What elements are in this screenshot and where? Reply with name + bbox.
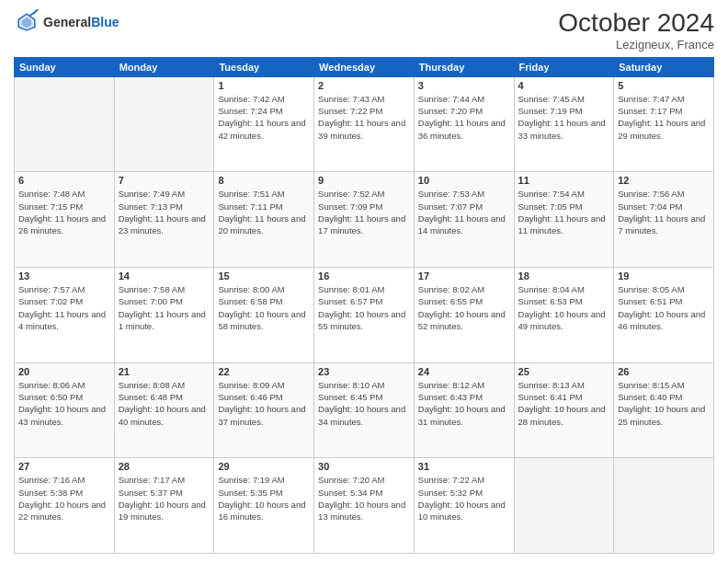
table-row: 29Sunrise: 7:19 AMSunset: 5:35 PMDayligh… xyxy=(214,458,314,554)
day-number: 20 xyxy=(18,366,110,377)
calendar-header-wednesday: Wednesday xyxy=(314,57,415,76)
table-row: 3Sunrise: 7:44 AMSunset: 7:20 PMDaylight… xyxy=(414,76,514,172)
day-number: 23 xyxy=(318,366,410,377)
day-number: 13 xyxy=(18,270,110,282)
calendar-header-row: SundayMondayTuesdayWednesdayThursdayFrid… xyxy=(15,57,714,76)
table-row: 17Sunrise: 8:02 AMSunset: 6:55 PMDayligh… xyxy=(414,268,514,363)
day-info: Sunrise: 7:16 AMSunset: 5:38 PMDaylight:… xyxy=(18,474,110,523)
calendar-header-thursday: Thursday xyxy=(414,57,514,76)
day-number: 24 xyxy=(418,366,510,377)
day-info: Sunrise: 7:58 AMSunset: 7:00 PMDaylight:… xyxy=(119,283,210,332)
day-info: Sunrise: 8:06 AMSunset: 6:50 PMDaylight:… xyxy=(18,379,110,428)
day-number: 4 xyxy=(518,80,610,91)
logo-icon xyxy=(14,9,40,35)
day-info: Sunrise: 8:08 AMSunset: 6:48 PMDaylight:… xyxy=(119,379,210,428)
day-info: Sunrise: 7:45 AMSunset: 7:19 PMDaylight:… xyxy=(518,93,610,142)
day-number: 6 xyxy=(18,175,110,186)
day-info: Sunrise: 7:48 AMSunset: 7:15 PMDaylight:… xyxy=(18,188,110,236)
day-number: 27 xyxy=(18,461,110,472)
table-row: 6Sunrise: 7:48 AMSunset: 7:15 PMDaylight… xyxy=(15,172,115,268)
table-row: 4Sunrise: 7:45 AMSunset: 7:19 PMDaylight… xyxy=(514,76,614,172)
day-info: Sunrise: 7:56 AMSunset: 7:04 PMDaylight:… xyxy=(618,188,710,236)
page: GeneralBlue October 2024 Lezigneux, Fran… xyxy=(0,0,728,563)
day-number: 19 xyxy=(618,270,710,282)
day-info: Sunrise: 8:04 AMSunset: 6:53 PMDaylight:… xyxy=(518,283,610,332)
day-number: 1 xyxy=(218,80,310,91)
day-number: 21 xyxy=(119,366,210,377)
day-info: Sunrise: 7:54 AMSunset: 7:05 PMDaylight:… xyxy=(518,188,610,236)
day-number: 11 xyxy=(518,175,610,186)
day-info: Sunrise: 8:10 AMSunset: 6:45 PMDaylight:… xyxy=(318,379,410,428)
day-info: Sunrise: 7:20 AMSunset: 5:34 PMDaylight:… xyxy=(318,474,410,523)
day-info: Sunrise: 7:49 AMSunset: 7:13 PMDaylight:… xyxy=(119,188,210,236)
table-row: 11Sunrise: 7:54 AMSunset: 7:05 PMDayligh… xyxy=(514,172,614,268)
day-number: 2 xyxy=(318,80,410,91)
day-info: Sunrise: 7:53 AMSunset: 7:07 PMDaylight:… xyxy=(418,188,510,236)
day-number: 9 xyxy=(318,175,410,186)
table-row: 30Sunrise: 7:20 AMSunset: 5:34 PMDayligh… xyxy=(314,458,415,554)
day-number: 25 xyxy=(518,366,610,377)
table-row: 23Sunrise: 8:10 AMSunset: 6:45 PMDayligh… xyxy=(314,362,415,458)
calendar-table: SundayMondayTuesdayWednesdayThursdayFrid… xyxy=(14,57,714,554)
table-row: 26Sunrise: 8:15 AMSunset: 6:40 PMDayligh… xyxy=(614,362,714,458)
table-row: 9Sunrise: 7:52 AMSunset: 7:09 PMDaylight… xyxy=(314,172,415,268)
day-info: Sunrise: 8:15 AMSunset: 6:40 PMDaylight:… xyxy=(618,379,710,428)
table-row xyxy=(514,458,614,554)
table-row xyxy=(15,76,115,172)
day-info: Sunrise: 8:09 AMSunset: 6:46 PMDaylight:… xyxy=(218,379,310,428)
header: GeneralBlue October 2024 Lezigneux, Fran… xyxy=(14,9,714,52)
logo-text: GeneralBlue xyxy=(43,15,119,30)
table-row: 16Sunrise: 8:01 AMSunset: 6:57 PMDayligh… xyxy=(314,268,415,363)
day-info: Sunrise: 7:44 AMSunset: 7:20 PMDaylight:… xyxy=(418,93,510,142)
day-number: 15 xyxy=(218,270,310,282)
month-title: October 2024 xyxy=(558,9,714,38)
day-info: Sunrise: 8:00 AMSunset: 6:58 PMDaylight:… xyxy=(218,283,310,332)
table-row: 21Sunrise: 8:08 AMSunset: 6:48 PMDayligh… xyxy=(114,362,214,458)
table-row: 20Sunrise: 8:06 AMSunset: 6:50 PMDayligh… xyxy=(15,362,115,458)
day-info: Sunrise: 7:17 AMSunset: 5:37 PMDaylight:… xyxy=(119,474,210,523)
day-number: 18 xyxy=(518,270,610,282)
day-number: 8 xyxy=(218,175,310,186)
day-number: 12 xyxy=(618,175,710,186)
day-number: 3 xyxy=(418,80,510,91)
table-row xyxy=(614,458,714,554)
table-row: 1Sunrise: 7:42 AMSunset: 7:24 PMDaylight… xyxy=(214,76,314,172)
day-number: 10 xyxy=(418,175,510,186)
table-row: 2Sunrise: 7:43 AMSunset: 7:22 PMDaylight… xyxy=(314,76,415,172)
calendar-week-row: 20Sunrise: 8:06 AMSunset: 6:50 PMDayligh… xyxy=(15,362,714,458)
table-row: 7Sunrise: 7:49 AMSunset: 7:13 PMDaylight… xyxy=(114,172,214,268)
day-info: Sunrise: 7:19 AMSunset: 5:35 PMDaylight:… xyxy=(218,474,310,523)
day-info: Sunrise: 7:42 AMSunset: 7:24 PMDaylight:… xyxy=(218,93,310,142)
day-info: Sunrise: 7:52 AMSunset: 7:09 PMDaylight:… xyxy=(318,188,410,236)
calendar-header-sunday: Sunday xyxy=(15,57,115,76)
day-info: Sunrise: 7:57 AMSunset: 7:02 PMDaylight:… xyxy=(18,283,110,332)
table-row: 24Sunrise: 8:12 AMSunset: 6:43 PMDayligh… xyxy=(414,362,514,458)
day-info: Sunrise: 8:02 AMSunset: 6:55 PMDaylight:… xyxy=(418,283,510,332)
calendar-week-row: 1Sunrise: 7:42 AMSunset: 7:24 PMDaylight… xyxy=(15,76,714,172)
location: Lezigneux, France xyxy=(558,38,714,52)
calendar-week-row: 13Sunrise: 7:57 AMSunset: 7:02 PMDayligh… xyxy=(15,268,714,363)
table-row: 19Sunrise: 8:05 AMSunset: 6:51 PMDayligh… xyxy=(614,268,714,363)
day-info: Sunrise: 8:13 AMSunset: 6:41 PMDaylight:… xyxy=(518,379,610,428)
table-row: 28Sunrise: 7:17 AMSunset: 5:37 PMDayligh… xyxy=(114,458,214,554)
table-row: 5Sunrise: 7:47 AMSunset: 7:17 PMDaylight… xyxy=(614,76,714,172)
day-number: 22 xyxy=(218,366,310,377)
table-row: 10Sunrise: 7:53 AMSunset: 7:07 PMDayligh… xyxy=(414,172,514,268)
calendar-header-tuesday: Tuesday xyxy=(214,57,314,76)
day-number: 30 xyxy=(318,461,410,472)
table-row: 13Sunrise: 7:57 AMSunset: 7:02 PMDayligh… xyxy=(15,268,115,363)
table-row: 14Sunrise: 7:58 AMSunset: 7:00 PMDayligh… xyxy=(114,268,214,363)
day-number: 7 xyxy=(119,175,210,186)
table-row: 22Sunrise: 8:09 AMSunset: 6:46 PMDayligh… xyxy=(214,362,314,458)
day-info: Sunrise: 8:05 AMSunset: 6:51 PMDaylight:… xyxy=(618,283,710,332)
table-row: 15Sunrise: 8:00 AMSunset: 6:58 PMDayligh… xyxy=(214,268,314,363)
table-row: 8Sunrise: 7:51 AMSunset: 7:11 PMDaylight… xyxy=(214,172,314,268)
day-info: Sunrise: 7:43 AMSunset: 7:22 PMDaylight:… xyxy=(318,93,410,142)
table-row xyxy=(114,76,214,172)
table-row: 31Sunrise: 7:22 AMSunset: 5:32 PMDayligh… xyxy=(414,458,514,554)
day-info: Sunrise: 8:12 AMSunset: 6:43 PMDaylight:… xyxy=(418,379,510,428)
day-number: 31 xyxy=(418,461,510,472)
calendar-week-row: 27Sunrise: 7:16 AMSunset: 5:38 PMDayligh… xyxy=(15,458,714,554)
calendar-week-row: 6Sunrise: 7:48 AMSunset: 7:15 PMDaylight… xyxy=(15,172,714,268)
calendar-header-saturday: Saturday xyxy=(614,57,714,76)
